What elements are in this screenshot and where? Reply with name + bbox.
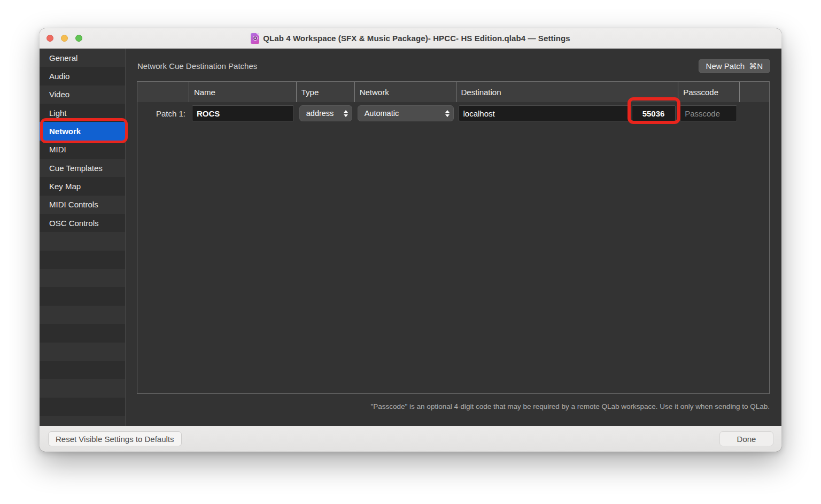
column-header-blank bbox=[137, 82, 189, 102]
patch-table-header: Name Type Network Destination Passcode bbox=[137, 82, 769, 102]
patch-table: Name Type Network Destination Passcode P… bbox=[137, 81, 770, 394]
port-input[interactable] bbox=[632, 105, 676, 121]
sidebar-empty-row bbox=[40, 398, 125, 416]
section-heading: Network Cue Destination Patches bbox=[137, 61, 257, 71]
sidebar-empty-row bbox=[40, 269, 125, 287]
sidebar-item-light[interactable]: Light bbox=[40, 104, 125, 122]
new-patch-label: New Patch bbox=[706, 61, 745, 71]
sidebar-empty-row bbox=[40, 343, 125, 361]
passcode-cell bbox=[678, 102, 740, 125]
destination-cell bbox=[456, 102, 679, 125]
up-down-chevrons-icon bbox=[445, 110, 450, 117]
title-bar: QLab 4 Workspace (SFX & Music Package)- … bbox=[40, 28, 781, 49]
traffic-lights bbox=[47, 35, 82, 42]
network-settings-panel: Network Cue Destination Patches New Patc… bbox=[126, 49, 781, 426]
sidebar-empty-row bbox=[40, 416, 125, 426]
window-title-group: QLab 4 Workspace (SFX & Music Package)- … bbox=[251, 33, 570, 44]
network-cell: Automatic bbox=[355, 102, 456, 125]
done-button[interactable]: Done bbox=[719, 431, 773, 446]
sidebar-empty-row bbox=[40, 306, 125, 324]
sidebar-item-video[interactable]: Video bbox=[40, 86, 125, 104]
type-cell: address bbox=[297, 102, 355, 125]
close-button[interactable] bbox=[47, 35, 53, 42]
sidebar-item-midi[interactable]: MIDI bbox=[40, 141, 125, 159]
name-cell bbox=[189, 102, 297, 125]
destination-input[interactable] bbox=[459, 105, 631, 121]
network-interface-select[interactable]: Automatic bbox=[358, 105, 454, 121]
column-header-blank-end bbox=[740, 82, 769, 102]
column-header-passcode: Passcode bbox=[678, 82, 740, 102]
column-header-destination: Destination bbox=[456, 82, 679, 102]
passcode-footnote: "Passcode" is an optional 4-digit code t… bbox=[370, 402, 770, 410]
new-patch-shortcut: ⌘N bbox=[749, 61, 763, 71]
reset-defaults-button[interactable]: Reset Visible Settings to Defaults bbox=[48, 431, 182, 446]
network-select-value: Automatic bbox=[365, 109, 399, 118]
patch-name-input[interactable] bbox=[192, 105, 294, 121]
up-down-chevrons-icon bbox=[344, 110, 348, 117]
patch-row-label: Patch 1: bbox=[137, 109, 189, 118]
window-title: QLab 4 Workspace (SFX & Music Package)- … bbox=[263, 34, 570, 43]
sidebar-item-key-map[interactable]: Key Map bbox=[40, 177, 125, 195]
sidebar-empty-row bbox=[40, 361, 125, 379]
passcode-input[interactable] bbox=[680, 105, 737, 121]
sidebar-item-network[interactable]: Network bbox=[40, 122, 125, 140]
sidebar-empty-row bbox=[40, 379, 125, 397]
sidebar-empty-row bbox=[40, 251, 125, 269]
sidebar-item-cue-templates[interactable]: Cue Templates bbox=[40, 159, 125, 177]
settings-window: QLab 4 Workspace (SFX & Music Package)- … bbox=[40, 28, 781, 452]
sidebar-empty-row bbox=[40, 324, 125, 342]
sidebar-empty-row bbox=[40, 287, 125, 305]
sidebar-empty-row bbox=[40, 232, 125, 250]
bottom-bar: Reset Visible Settings to Defaults Done bbox=[40, 426, 781, 452]
sidebar-item-general[interactable]: General bbox=[40, 49, 125, 67]
column-header-type: Type bbox=[297, 82, 355, 102]
type-select[interactable]: address bbox=[299, 105, 352, 121]
row-end-spacer bbox=[740, 102, 769, 125]
settings-sidebar: General Audio Video Light Network MIDI C… bbox=[40, 49, 126, 426]
patch-row: Patch 1: address A bbox=[137, 102, 769, 125]
column-header-network: Network bbox=[355, 82, 456, 102]
sidebar-item-osc-controls[interactable]: OSC Controls bbox=[40, 214, 125, 232]
sidebar-item-midi-controls[interactable]: MIDI Controls bbox=[40, 196, 125, 214]
type-select-value: address bbox=[306, 109, 334, 118]
column-header-name: Name bbox=[189, 82, 297, 102]
zoom-button[interactable] bbox=[75, 35, 82, 42]
qlab-document-icon bbox=[251, 33, 259, 44]
sidebar-item-audio[interactable]: Audio bbox=[40, 67, 125, 85]
minimize-button[interactable] bbox=[61, 35, 68, 42]
new-patch-button[interactable]: New Patch ⌘N bbox=[699, 59, 770, 73]
